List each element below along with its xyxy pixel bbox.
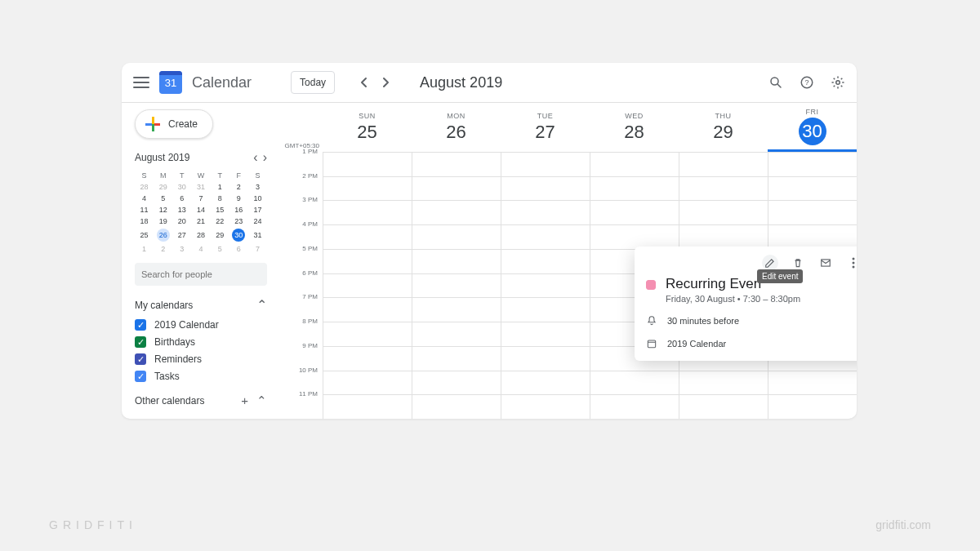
my-calendars-toggle[interactable]: My calendars ⌃ [135,297,267,313]
time-cell[interactable] [323,394,412,419]
time-cell[interactable] [412,176,501,201]
mini-day[interactable]: 4 [191,243,210,255]
time-cell[interactable] [323,297,412,322]
time-cell[interactable] [412,297,501,322]
time-cell[interactable] [501,297,590,322]
mini-day[interactable]: 18 [135,216,154,227]
calendar-item[interactable]: ✓Tasks [135,371,267,382]
mini-day[interactable]: 29 [154,181,172,193]
mini-day[interactable]: 2 [229,181,248,193]
mini-calendar[interactable]: SMTWTFS 28293031123456789101112131415161… [135,170,267,255]
time-cell[interactable] [323,224,412,249]
mini-day[interactable]: 10 [248,193,267,204]
time-cell[interactable] [412,200,501,224]
edit-event-button[interactable] [762,255,778,271]
time-cell[interactable] [679,152,768,176]
time-cell[interactable] [323,200,412,224]
mini-day[interactable]: 13 [172,204,191,216]
time-cell[interactable] [679,371,768,395]
mini-day[interactable]: 5 [154,193,172,204]
time-cell[interactable] [501,322,590,346]
time-cell[interactable] [501,249,590,273]
calendar-item[interactable]: ✓2019 Calendar [135,319,267,331]
search-people-input[interactable] [135,263,267,286]
mini-prev-icon[interactable]: ‹ [253,150,257,165]
time-cell[interactable] [679,394,768,419]
calendar-item[interactable]: ✓Birthdays [135,336,267,348]
time-cell[interactable] [323,322,412,346]
mini-day[interactable]: 31 [191,181,210,193]
time-cell[interactable] [412,249,501,273]
time-cell[interactable] [323,273,412,298]
mini-day[interactable]: 3 [248,181,267,193]
checkbox-icon[interactable]: ✓ [135,371,146,382]
time-cell[interactable] [590,224,679,249]
mini-day[interactable]: 26 [154,227,172,243]
time-cell[interactable] [323,176,412,201]
chevron-up-icon[interactable]: ⌃ [256,393,267,408]
time-cell[interactable] [679,176,768,201]
time-cell[interactable] [323,371,412,395]
more-options-button[interactable] [845,255,857,271]
time-cell[interactable] [768,152,857,176]
mini-day[interactable]: 11 [135,204,154,216]
time-cell[interactable] [412,371,501,395]
time-cell[interactable] [768,200,857,224]
time-cell[interactable] [412,273,501,298]
time-cell[interactable] [412,322,501,346]
time-cell[interactable] [412,152,501,176]
delete-event-button[interactable] [790,255,806,271]
time-cell[interactable] [768,371,857,395]
mini-day[interactable]: 27 [172,227,191,243]
mini-day[interactable]: 29 [211,227,229,243]
day-header[interactable]: WED28 [590,103,679,152]
day-column[interactable] [501,152,590,419]
create-button[interactable]: Create [135,109,213,139]
time-cell[interactable] [323,346,412,371]
time-cell[interactable] [412,224,501,249]
mini-day[interactable]: 16 [229,204,248,216]
mini-day[interactable]: 31 [248,227,267,243]
time-cell[interactable] [501,224,590,249]
mini-day[interactable]: 28 [135,181,154,193]
mini-day[interactable]: 23 [229,216,248,227]
day-header[interactable]: TUE27 [501,103,590,152]
time-cell[interactable] [590,200,679,224]
add-calendar-icon[interactable]: + [241,393,248,408]
mini-day[interactable]: 28 [191,227,210,243]
checkbox-icon[interactable]: ✓ [135,336,146,348]
calendar-item[interactable]: ✓Reminders [135,353,267,365]
search-icon[interactable] [767,73,785,91]
time-cell[interactable] [679,200,768,224]
mini-day[interactable]: 30 [229,227,248,243]
prev-week-button[interactable] [354,73,374,92]
day-column[interactable] [323,152,412,419]
time-cell[interactable] [768,224,857,249]
time-cell[interactable] [590,394,679,419]
time-cell[interactable] [768,394,857,419]
day-header[interactable]: THU29 [679,103,768,152]
time-cell[interactable] [501,273,590,298]
mini-day[interactable]: 15 [211,204,229,216]
help-icon[interactable]: ? [798,73,816,91]
day-column[interactable] [412,152,501,419]
mini-day[interactable]: 7 [191,193,210,204]
mini-day[interactable]: 19 [154,216,172,227]
mini-day[interactable]: 25 [135,227,154,243]
time-cell[interactable] [501,346,590,371]
day-header[interactable]: SUN25 [323,103,412,152]
mini-day[interactable]: 1 [211,181,229,193]
time-cell[interactable] [323,249,412,273]
time-cell[interactable] [323,152,412,176]
mini-day[interactable]: 6 [172,193,191,204]
day-header[interactable]: FRI30 [768,103,857,152]
mini-day[interactable]: 9 [229,193,248,204]
time-cell[interactable] [412,394,501,419]
day-header[interactable]: MON26 [412,103,501,152]
time-cell[interactable] [501,176,590,201]
other-calendars-label[interactable]: Other calendars [135,395,204,407]
today-button[interactable]: Today [291,71,335,94]
mini-day[interactable]: 21 [191,216,210,227]
time-cell[interactable] [501,394,590,419]
mini-day[interactable]: 20 [172,216,191,227]
